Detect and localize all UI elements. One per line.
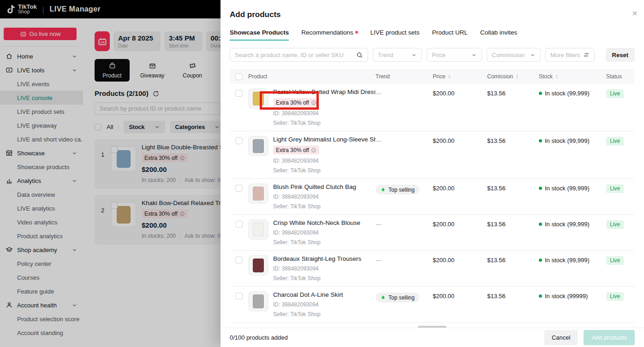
product-text: Crisp White Notch-Neck BlouseID: 3984820… — [273, 219, 360, 246]
search-icon[interactable] — [356, 52, 363, 59]
flame-icon — [380, 294, 386, 300]
status-cell: Live — [606, 291, 635, 318]
table-row: Light Grey Minimalist Long-Sleeve ShirtE… — [230, 131, 635, 179]
in-stock-dot — [539, 187, 542, 190]
product-id: ID: 398482093094 — [273, 229, 360, 236]
tab-live-product-sets[interactable]: LIVE product sets — [370, 29, 420, 41]
reset-button[interactable]: Reset — [606, 48, 635, 62]
product-id: ID: 398482093094 — [273, 265, 361, 272]
product-seller: Seller: TikTok Shop — [273, 120, 376, 126]
modal-filter-row: Trend Price Commission More filters Rese… — [230, 48, 635, 62]
sort-icon[interactable] — [447, 74, 452, 79]
trend-cell: --- — [376, 255, 433, 282]
product-title: Light Grey Minimalist Long-Sleeve Shirt — [273, 136, 376, 143]
live-status-badge: Live — [606, 220, 624, 229]
sort-icon[interactable] — [514, 74, 520, 79]
tab-recommendations[interactable]: Recommendations — [301, 29, 358, 41]
stock-cell: In stock (99,999) — [539, 255, 606, 282]
header-status: Status — [606, 73, 635, 80]
products-added-count: 0/100 products added — [230, 334, 288, 341]
tab-label: Showcase Products — [230, 29, 289, 36]
price-cell: $200.00 — [433, 219, 487, 246]
tab-showcase-products[interactable]: Showcase Products — [230, 29, 289, 41]
product-cell: Blush Pink Quilted Clutch BagID: 3984820… — [248, 183, 376, 210]
commission-filter-label: Commission — [492, 52, 525, 59]
row-checkbox[interactable] — [235, 221, 243, 228]
product-seller: Seller: TikTok Shop — [273, 239, 360, 246]
status-cell: Live — [606, 183, 635, 210]
tab-label: Product URL — [432, 29, 467, 36]
commission-cell: $13.56 — [487, 183, 539, 210]
commission-cell: $13.56 — [487, 136, 539, 174]
price-filter-dropdown[interactable]: Price — [427, 48, 482, 62]
header-price[interactable]: Price — [433, 73, 487, 80]
table-header-row: Product Trend Price Comission Stock Stat… — [230, 69, 635, 84]
top-selling-badge: Top selling — [376, 293, 419, 302]
add-products-modal: Add products Showcase ProductsRecommenda… — [221, 0, 644, 347]
stock-value: In stock (99,999) — [545, 221, 590, 246]
product-title: Blush Pink Quilted Clutch Bag — [273, 183, 356, 190]
status-cell: Live — [606, 136, 635, 174]
table-row: Charcoal Dot A-Line SkirtID: 39848209309… — [230, 287, 635, 323]
product-seller: Seller: TikTok Shop — [273, 275, 361, 282]
trend-value: --- — [376, 90, 382, 97]
in-stock-dot — [539, 259, 542, 262]
trend-cell: Top selling — [376, 291, 433, 318]
trend-value: --- — [376, 137, 382, 144]
stock-value: In stock (99,999) — [545, 185, 590, 210]
cancel-button[interactable]: Cancel — [544, 330, 578, 345]
trend-filter-dropdown[interactable]: Trend — [373, 48, 422, 62]
stock-value: In stock (99,999) — [545, 137, 590, 174]
stock-value: In stock (99,999) — [545, 90, 590, 126]
trend-cell: --- — [376, 136, 433, 174]
close-icon[interactable] — [632, 10, 638, 17]
table-row: Bordeaux Straight-Leg TrousersID: 398482… — [230, 251, 635, 287]
stock-cell: In stock (99,999) — [539, 136, 606, 174]
stock-cell: In stock (99,999) — [539, 88, 606, 126]
price-cell: $200.00 — [433, 183, 487, 210]
modal-footer: 0/100 products added Cancel Add products — [221, 328, 644, 347]
price-cell: $200.00 — [433, 291, 487, 318]
chevron-down-icon — [530, 52, 536, 58]
trend-filter-label: Trend — [378, 52, 393, 59]
header-commission[interactable]: Comission — [487, 73, 539, 80]
top-selling-label: Top selling — [388, 294, 415, 301]
stock-value: In stock (99999) — [545, 293, 588, 318]
garment-swatch — [253, 139, 264, 153]
garment-swatch — [253, 259, 264, 272]
row-checkbox[interactable] — [235, 90, 243, 97]
sort-icon[interactable] — [554, 74, 560, 79]
status-cell: Live — [606, 219, 635, 246]
commission-filter-dropdown[interactable]: Commission — [487, 48, 541, 62]
top-selling-badge: Top selling — [376, 185, 419, 194]
stock-cell: In stock (99,999) — [539, 183, 606, 210]
product-image — [248, 219, 268, 240]
discount-badge-label: Extra 30% off — [276, 147, 309, 153]
tab-collab-invites[interactable]: Collab invites — [480, 29, 517, 41]
header-stock[interactable]: Stock — [539, 73, 606, 80]
row-checkbox[interactable] — [235, 257, 243, 264]
info-icon — [311, 147, 316, 153]
row-checkbox[interactable] — [235, 137, 243, 144]
product-cell: Crisp White Notch-Neck BlouseID: 3984820… — [248, 219, 376, 246]
product-text: Blush Pink Quilted Clutch BagID: 3984820… — [273, 183, 356, 210]
product-image — [248, 255, 268, 276]
product-search-input[interactable] — [235, 52, 356, 59]
live-status-badge: Live — [606, 184, 624, 193]
product-seller: Seller: TikTok Shop — [273, 311, 343, 318]
stock-cell: In stock (99,999) — [539, 219, 606, 246]
in-stock-dot — [539, 223, 542, 226]
table-row: Blush Pink Quilted Clutch BagID: 3984820… — [230, 179, 635, 215]
tab-product-url[interactable]: Product URL — [432, 29, 467, 41]
product-title: Bordeaux Straight-Leg Trousers — [273, 255, 361, 262]
add-products-button[interactable]: Add products — [584, 330, 635, 345]
trend-value: --- — [376, 221, 382, 228]
price-filter-label: Price — [432, 52, 446, 59]
annotation-highlight-box — [260, 91, 319, 110]
notification-dot — [355, 31, 358, 34]
row-checkbox[interactable] — [235, 293, 243, 300]
live-status-badge: Live — [606, 256, 624, 265]
header-select-all-checkbox[interactable] — [235, 73, 243, 80]
row-checkbox[interactable] — [235, 185, 243, 192]
more-filters-button[interactable]: More filters — [545, 48, 595, 62]
